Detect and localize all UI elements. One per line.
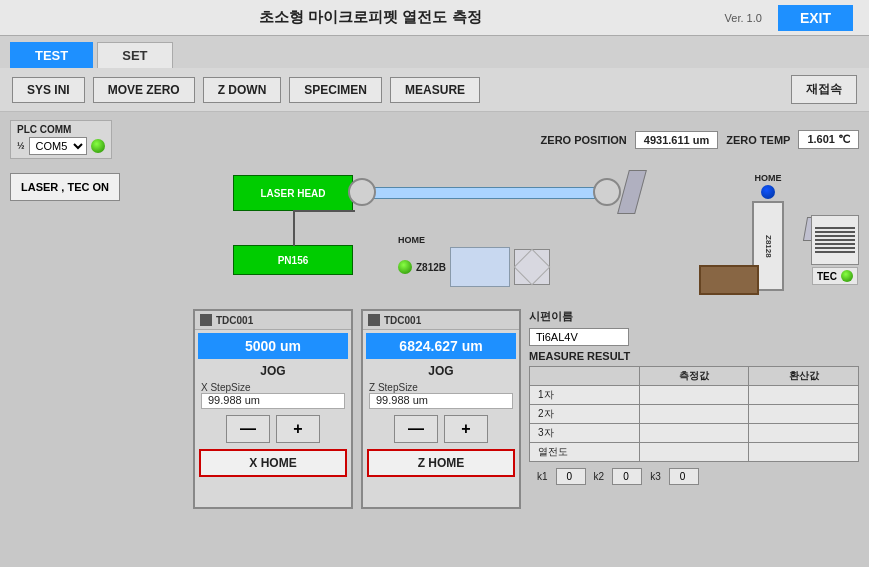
row1-label: 1자 xyxy=(530,386,640,405)
tdc2-header: TDC001 xyxy=(363,311,519,330)
title-bar: 초소형 마이크로피펫 열전도 측정 Ver. 1.0 EXIT xyxy=(0,0,869,36)
col-measured: 측정값 xyxy=(639,367,749,386)
col-blank xyxy=(530,367,640,386)
plc-status-dot xyxy=(91,139,105,153)
bottom-section: TDC001 5000 um JOG X StepSize 99.988 um … xyxy=(193,309,859,509)
tdc2-buttons: — + xyxy=(363,413,519,447)
tdc2-jog: JOG xyxy=(363,362,519,380)
k1-value: 0 xyxy=(556,468,586,485)
com-select[interactable]: COM5 xyxy=(29,137,87,155)
main-area: PLC COMM ½ COM5 ZERO POSITION 4931.611 u… xyxy=(0,112,869,567)
specimen-name-value: Ti6AL4V xyxy=(529,328,629,346)
z812b-area: HOME Z812B xyxy=(398,235,550,287)
laser-diagram: LASER HEAD PN156 HOME Z81 xyxy=(193,165,859,305)
tab-set[interactable]: SET xyxy=(97,42,172,68)
status-row: PLC COMM ½ COM5 ZERO POSITION 4931.611 u… xyxy=(10,120,859,159)
row1-converted xyxy=(749,386,859,405)
mirror-right xyxy=(617,170,647,214)
tdc2-panel: TDC001 6824.627 um JOG Z StepSize 99.988… xyxy=(361,309,521,509)
tdc2-plus-button[interactable]: + xyxy=(444,415,488,443)
z-down-button[interactable]: Z DOWN xyxy=(203,77,282,103)
laser-tec-button[interactable]: LASER , TEC ON xyxy=(10,173,120,201)
zero-temp-label: ZERO TEMP xyxy=(726,134,790,146)
tec-status-dot xyxy=(841,270,853,282)
tdc1-step-label: X StepSize xyxy=(195,380,351,393)
specimen-button[interactable]: SPECIMEN xyxy=(289,77,382,103)
row4-measured xyxy=(639,443,749,462)
tab-bar: TEST SET xyxy=(0,36,869,68)
tdc1-header: TDC001 xyxy=(195,311,351,330)
pn156-label: PN156 xyxy=(278,255,309,266)
z812b-box xyxy=(450,247,510,287)
row3-measured xyxy=(639,424,749,443)
table-row: 열전도 xyxy=(530,443,859,462)
table-row: 1자 xyxy=(530,386,859,405)
tdc2-step-value: 99.988 um xyxy=(369,393,513,409)
sys-ini-button[interactable]: SYS INI xyxy=(12,77,85,103)
version-text: Ver. 1.0 xyxy=(725,12,762,24)
sample-stage xyxy=(699,265,759,295)
tab-test[interactable]: TEST xyxy=(10,42,93,68)
tdc2-icon xyxy=(368,314,380,326)
z-home-label: HOME xyxy=(752,173,784,183)
laser-tube xyxy=(355,187,595,199)
tec-label: TEC xyxy=(817,271,837,282)
toolbar: SYS INI MOVE ZERO Z DOWN SPECIMEN MEASUR… xyxy=(0,68,869,112)
measure-button[interactable]: MEASURE xyxy=(390,77,480,103)
k3-value: 0 xyxy=(669,468,699,485)
tec-area: TEC xyxy=(811,215,859,285)
tdc2-title: TDC001 xyxy=(384,315,421,326)
tdc1-plus-button[interactable]: + xyxy=(276,415,320,443)
row4-label: 열전도 xyxy=(530,443,640,462)
diagram-center: LASER HEAD PN156 HOME Z81 xyxy=(193,165,859,561)
k3-label: k3 xyxy=(642,469,669,484)
serial-icon: ½ xyxy=(17,141,25,151)
exit-button[interactable]: EXIT xyxy=(778,5,853,31)
reconnect-button[interactable]: 재접속 xyxy=(791,75,857,104)
tdc1-buttons: — + xyxy=(195,413,351,447)
z8128-label: Z8128 xyxy=(764,235,773,258)
row3-converted xyxy=(749,424,859,443)
table-row: 3자 xyxy=(530,424,859,443)
tec-lines xyxy=(815,225,855,255)
row2-converted xyxy=(749,405,859,424)
zero-position-label: ZERO POSITION xyxy=(541,134,627,146)
laser-head-label: LASER HEAD xyxy=(260,188,325,199)
row2-measured xyxy=(639,405,749,424)
tdc2-value: 6824.627 um xyxy=(366,333,516,359)
tdc1-home-button[interactable]: X HOME xyxy=(199,449,347,477)
measure-result-label: MEASURE RESULT xyxy=(529,350,859,362)
title-text: 초소형 마이크로피펫 열전도 측정 xyxy=(16,8,725,27)
tdc1-minus-button[interactable]: — xyxy=(226,415,270,443)
table-row: 2자 xyxy=(530,405,859,424)
plc-label: PLC COMM xyxy=(17,124,105,135)
tdc1-title: TDC001 xyxy=(216,315,253,326)
move-zero-button[interactable]: MOVE ZERO xyxy=(93,77,195,103)
tdc2-home-button[interactable]: Z HOME xyxy=(367,449,515,477)
row1-measured xyxy=(639,386,749,405)
laser-circle-right xyxy=(593,178,621,206)
k2-label: k2 xyxy=(586,469,613,484)
tdc1-jog: JOG xyxy=(195,362,351,380)
tdc1-step-value: 99.988 um xyxy=(201,393,345,409)
col-converted: 환산값 xyxy=(749,367,859,386)
zero-temp-value: 1.601 ℃ xyxy=(798,130,859,149)
tdc2-step-label: Z StepSize xyxy=(363,380,519,393)
z812b-dot xyxy=(398,260,412,274)
left-controls: LASER , TEC ON xyxy=(10,165,185,561)
laser-head-box: LASER HEAD xyxy=(233,175,353,211)
row4-converted xyxy=(749,443,859,462)
zero-info: ZERO POSITION 4931.611 um ZERO TEMP 1.60… xyxy=(541,130,859,149)
pn-horiz xyxy=(293,210,355,212)
k2-value: 0 xyxy=(612,468,642,485)
specimen-panel: 시편이름 Ti6AL4V MEASURE RESULT 측정값 환산값 xyxy=(529,309,859,509)
tdc2-minus-button[interactable]: — xyxy=(394,415,438,443)
row3-label: 3자 xyxy=(530,424,640,443)
row2-label: 2자 xyxy=(530,405,640,424)
k1-label: k1 xyxy=(529,469,556,484)
result-table: 측정값 환산값 1자 2자 xyxy=(529,366,859,462)
zero-position-value: 4931.611 um xyxy=(635,131,718,149)
plc-group: PLC COMM ½ COM5 xyxy=(10,120,112,159)
tdc1-value: 5000 um xyxy=(198,333,348,359)
z812b-label: Z812B xyxy=(416,262,446,273)
